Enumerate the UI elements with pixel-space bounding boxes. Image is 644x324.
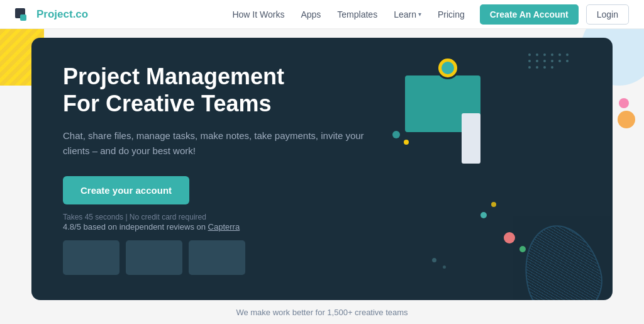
dots-pattern [528,53,569,72]
deco-orange-dot [618,111,635,128]
hero-subtitle: Chat, share files, manage tasks, make no… [63,128,365,159]
illus-small-circle-yellow [404,140,409,145]
hero-content: Project Management For Creative Teams Ch… [63,63,365,275]
hero-title: Project Management For Creative Teams [63,63,365,117]
capterra-link[interactable]: Capterra [208,222,240,232]
create-account-button[interactable]: Create An Account [480,4,579,25]
logo-text: Project.co [36,8,88,21]
hero-cta-button[interactable]: Create your account [63,176,189,204]
scattered-dot-sm1 [432,258,436,262]
nav-how-it-works[interactable]: How It Works [226,6,291,23]
illus-white-strip [462,113,480,164]
deco-teardrop [514,216,611,300]
cta-note: Takes 45 seconds | No credit card requir… [63,213,206,221]
review-text: 4.8/5 based on independent reviews on Ca… [63,222,365,232]
nav-pricing[interactable]: Pricing [431,6,471,23]
bottom-tagline: We make work better for 1,500+ creative … [31,300,613,317]
scattered-dot-sm2 [443,265,446,269]
review-image-2 [126,240,182,275]
scattered-dot-cyan [480,212,487,218]
scattered-dot-green [519,246,526,252]
deco-pink-dot [619,98,629,108]
logo-icon [15,8,33,21]
hero-card: Project Management For Creative Teams Ch… [31,38,613,300]
logo[interactable]: Project.co [15,8,88,21]
nav-learn[interactable]: Learn ▾ [387,6,428,23]
login-button[interactable]: Login [586,4,629,25]
navbar: Project.co How It Works Apps Templates L… [0,0,644,29]
illus-avatar-inner [441,62,454,74]
main-area: Project Management For Creative Teams Ch… [0,29,644,324]
review-image-1 [63,240,119,275]
nav-links: How It Works Apps Templates Learn ▾ Pric… [226,4,629,25]
illus-small-circle-teal [392,131,400,138]
scattered-dot-pink [504,232,515,243]
chevron-down-icon: ▾ [418,11,421,18]
review-images [63,240,365,275]
hero-illustration [386,50,575,176]
scattered-dot-yellow [491,202,496,207]
nav-templates[interactable]: Templates [331,6,384,23]
nav-apps[interactable]: Apps [294,6,327,23]
review-image-3 [189,240,245,275]
